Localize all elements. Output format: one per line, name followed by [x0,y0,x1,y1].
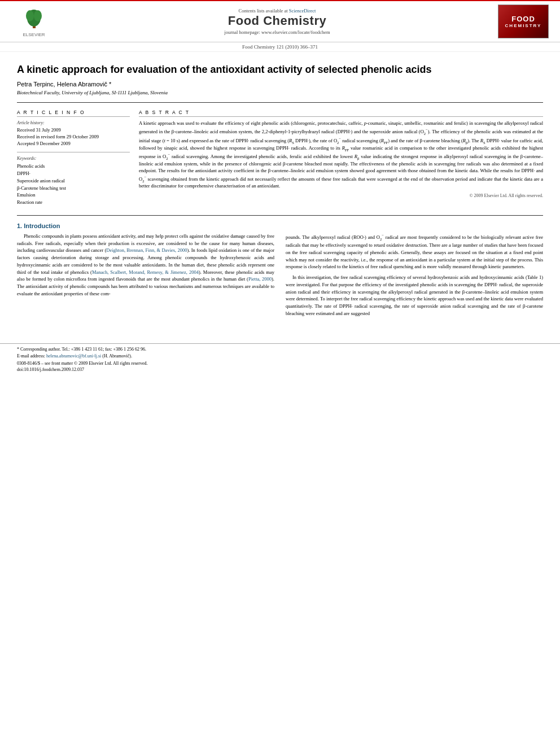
intro-right-text: pounds. The alkylperoxyl radical (ROO·) … [286,233,543,317]
cite-deighton: Deighton, Brennan, Finn, & Davies, 2000 [106,247,187,253]
sciencedirect-line: Contents lists available at ScienceDirec… [56,8,498,14]
elsevier-logo-area: ELSEVIER [11,6,56,37]
cite-manach: Manach, Scalbert, Morand, Remesy, & Jime… [92,269,199,275]
journal-header-center: Contents lists available at ScienceDirec… [56,8,498,35]
abstract-text: A kinetic approach was used to evaluate … [139,120,543,190]
abstract-col: A B S T R A C T A kinetic approach was u… [139,110,543,206]
svg-point-3 [34,10,42,21]
intro-left-col: Phenolic compounds in plants possess ant… [17,233,274,321]
accepted-date: Accepted 9 December 2009 [17,141,130,146]
sciencedirect-link: ScienceDirect [289,8,316,14]
divider-1 [17,102,543,103]
email-address: helena.abramovic@bf.uni-lj.si [46,353,101,359]
authors: Petra Terpinc, Helena Abramovič * [17,81,543,88]
keyword-2: DPPH· [17,170,130,177]
sciencedirect-text: Contents lists available at [239,8,288,14]
elsevier-name: ELSEVIER [23,32,45,37]
logo-food-text: FOOD [511,15,535,23]
received-date: Received 31 July 2009 [17,127,130,133]
paper-title: A kinetic approach for evaluation of the… [17,63,543,76]
intro-section-title: 1. Introduction [17,222,543,229]
keyword-3: Superoxide anion radical [17,177,130,185]
divider-2 [17,215,543,216]
keyword-5: Emulsion [17,191,130,199]
article-info-heading: A R T I C L E I N F O [17,110,130,117]
email-note: E-mail address: helena.abramovic@bf.uni-… [17,353,543,360]
history-label: Article history: [17,120,130,125]
elsevier-tree-icon [21,6,47,31]
corresponding-author-note: * Corresponding author. Tel.: +386 1 423… [17,346,543,353]
svg-point-2 [26,10,34,21]
article-info-abstract-section: A R T I C L E I N F O Article history: R… [17,110,543,206]
journal-title: Food Chemistry [56,14,498,28]
issn-line: 0308-8146/$ – see front matter © 2009 El… [17,361,543,366]
doi-line: doi:10.1016/j.foodchem.2009.12.037 [17,367,543,372]
keyword-6: Reaction rate [17,199,130,206]
intro-section-number: 1. [17,222,22,229]
copyright-line: © 2009 Elsevier Ltd. All rights reserved… [139,193,543,198]
intro-section-label: Introduction [24,222,60,229]
revised-date: Received in revised form 29 October 2009 [17,134,130,139]
article-info-col: A R T I C L E I N F O Article history: R… [17,110,130,206]
corresponding-label: * Corresponding author. Tel.: +386 1 423… [17,347,146,352]
authors-text: Petra Terpinc, Helena Abramovič * [17,81,111,88]
keyword-1: Phenolic acids [17,163,130,170]
email-label: E-mail address: [17,353,45,359]
affiliation: Biotechnical Faculty, University of Ljub… [17,90,543,95]
main-content: A kinetic approach for evaluation of the… [0,52,560,332]
journal-homepage: journal homepage: www.elsevier.com/locat… [56,29,498,35]
keywords-section: Keywords: Phenolic acids DPPH· Superoxid… [17,152,130,206]
abstract-heading: A B S T R A C T [139,110,543,117]
journal-header: ELSEVIER Contents lists available at Sci… [0,0,560,42]
food-chemistry-logo: FOOD CHEMISTRY [498,5,549,38]
intro-body-columns: Phenolic compounds in plants possess ant… [17,233,543,321]
keywords-label: Keywords: [17,156,130,161]
email-suffix: (H. Abramovič). [102,353,132,359]
logo-chem-text: CHEMISTRY [505,23,542,28]
intro-left-text: Phenolic compounds in plants possess ant… [17,233,274,298]
journal-citation-text: Food Chemistry 121 (2010) 366–371 [242,44,318,50]
page-footer: * Corresponding author. Tel.: +386 1 423… [0,343,560,372]
introduction-section: 1. Introduction Phenolic compounds in pl… [17,222,543,321]
keyword-4: β-Carotene bleaching test [17,185,130,192]
cite-pietta: Pietta, 2000 [248,276,272,282]
intro-right-col: pounds. The alkylperoxyl radical (ROO·) … [286,233,543,321]
journal-citation: Food Chemistry 121 (2010) 366–371 [0,42,560,52]
